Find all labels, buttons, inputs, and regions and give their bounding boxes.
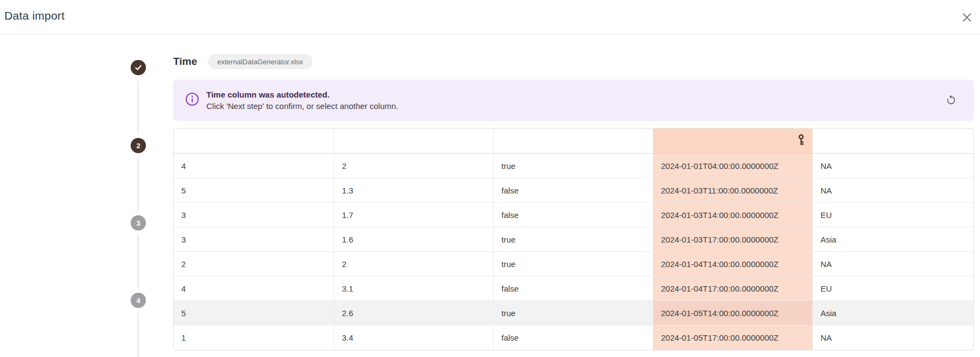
table-row[interactable]: 31.7false2024-01-03T14:00:00.0000000ZEU: [174, 203, 973, 227]
key-icon: [797, 134, 806, 148]
table-cell: 5: [174, 178, 334, 203]
table-cell: 2024-01-04T17:00:00.0000000Z: [653, 276, 813, 301]
table-cell: EU: [813, 203, 973, 227]
table-row[interactable]: 31.6true2024-01-03T17:00:00.0000000ZAsia: [174, 227, 973, 252]
table-cell: 2024-01-05T14:00:00.0000000Z: [653, 301, 813, 325]
stepper-connector-line: [138, 158, 138, 211]
check-icon: [131, 60, 146, 75]
stepper-step-variables-optional[interactable]: 4: [124, 289, 146, 308]
stepper-connector-line: [138, 235, 138, 288]
table-cell: 2: [334, 154, 494, 178]
close-icon[interactable]: [958, 9, 976, 26]
table-cell: Asia: [813, 301, 973, 325]
banner-message: Click 'Next step' to confirm, or select …: [206, 101, 399, 111]
table-cell: false: [494, 203, 653, 227]
stepper-connector-line: [138, 312, 138, 357]
table-cell: true: [494, 252, 653, 276]
table-row[interactable]: 43.1false2024-01-04T17:00:00.0000000ZEU: [174, 276, 973, 301]
table-cell: 1: [174, 325, 334, 350]
table-cell: true: [494, 154, 653, 178]
table-cell: true: [494, 227, 653, 252]
table-cell: 3.4: [334, 325, 494, 350]
table-cell: 4: [174, 154, 334, 178]
table-row[interactable]: 42true2024-01-01T04:00:00.0000000ZNA: [174, 154, 973, 178]
table-cell: 1.3: [334, 178, 494, 203]
table-cell: 3: [174, 203, 334, 227]
table-cell: 2024-01-01T04:00:00.0000000Z: [653, 154, 813, 178]
table-cell: true: [494, 301, 653, 325]
table-cell: NA: [813, 154, 973, 178]
stepper-step-time[interactable]: 2: [124, 135, 146, 153]
column-header-region[interactable]: [813, 129, 973, 154]
table-cell: 5: [174, 301, 334, 325]
table-cell: EU: [813, 276, 973, 301]
source-file-chip[interactable]: externalDataGenerator.xlsx: [208, 54, 313, 69]
data-preview-table: 42true2024-01-01T04:00:00.0000000ZNA51.3…: [173, 128, 974, 350]
table-cell: NA: [813, 252, 973, 276]
table-cell: false: [494, 178, 653, 203]
table-cell: NA: [813, 325, 973, 350]
step-indicator: 2: [131, 138, 146, 153]
table-cell: 2024-01-03T14:00:00.0000000Z: [653, 203, 813, 227]
table-cell: 2024-01-03T17:00:00.0000000Z: [653, 227, 813, 252]
stepper-step-import-data[interactable]: [124, 57, 146, 75]
column-header-deployed[interactable]: [494, 129, 653, 154]
table-cell: 3.1: [334, 276, 494, 301]
table-cell: 4: [174, 276, 334, 301]
table-cell: 2: [334, 252, 494, 276]
banner-title: Time column was autodetected.: [206, 90, 399, 99]
table-row[interactable]: 13.4false2024-01-05T17:00:00.0000000ZNA: [174, 325, 973, 350]
column-header-count[interactable]: [174, 129, 334, 154]
info-icon: [185, 92, 199, 108]
autodetect-banner: Time column was autodetected. Click 'Nex…: [173, 80, 974, 121]
step-indicator: 3: [131, 215, 146, 231]
table-cell: false: [494, 276, 653, 301]
table-cell: 2: [174, 252, 334, 276]
reset-icon[interactable]: [944, 93, 959, 108]
table-row[interactable]: 22true2024-01-04T14:00:00.0000000ZNA: [174, 252, 973, 276]
table-cell: 1.6: [334, 227, 494, 252]
table-cell: 2024-01-04T14:00:00.0000000Z: [653, 252, 813, 276]
table-cell: 3: [174, 227, 334, 252]
table-cell: 1.7: [334, 203, 494, 227]
column-header-avg-usage[interactable]: [334, 129, 494, 154]
stepper-connector-line: [138, 81, 138, 134]
table-cell: 2.6: [334, 301, 494, 325]
section-title: Time: [173, 56, 197, 68]
table-cell: 2024-01-05T17:00:00.0000000Z: [653, 325, 813, 350]
dialog-header: Data import: [0, 0, 980, 34]
step-indicator: 4: [131, 293, 146, 308]
table-cell: false: [494, 325, 653, 350]
table-cell: NA: [813, 178, 973, 203]
table-row[interactable]: 51.3false2024-01-03T11:00:00.0000000ZNA: [174, 178, 973, 203]
import-stepper: 2 3 4: [0, 34, 154, 357]
stepper-step-count-optional[interactable]: 3: [124, 212, 146, 231]
table-cell: Asia: [813, 227, 973, 252]
table-cell: 2024-01-03T11:00:00.0000000Z: [653, 178, 813, 203]
table-row[interactable]: 52.6true2024-01-05T14:00:00.0000000ZAsia: [174, 301, 973, 325]
page-title: Data import: [4, 9, 65, 22]
table-header-row: [174, 129, 973, 154]
main-panel: Time externalDataGenerator.xlsx Time col…: [173, 34, 974, 357]
column-header-time[interactable]: [653, 129, 813, 154]
